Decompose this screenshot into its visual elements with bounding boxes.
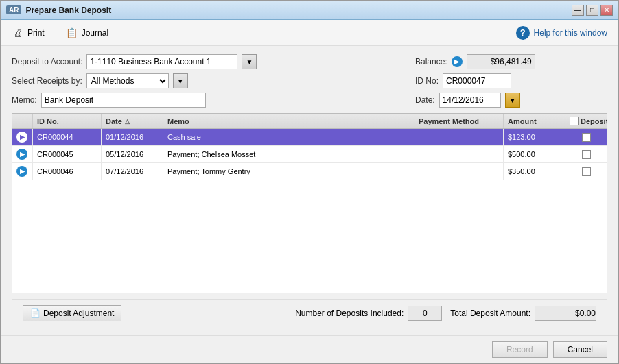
- row-payment-cell: [414, 129, 504, 145]
- row-arrow-cell: ▶: [12, 129, 33, 145]
- toolbar-left: 🖨 Print 📋 Journal: [6, 24, 113, 42]
- date-row: Date: ▼: [415, 93, 607, 108]
- deposit-header-checkbox-group: Deposit: [570, 117, 607, 125]
- row-deposit-checkbox[interactable]: [582, 167, 591, 176]
- id-no-row: ID No:: [415, 73, 607, 88]
- date-dropdown-button[interactable]: ▼: [505, 93, 520, 108]
- form-section: Deposit to Account: ▼ Select Receipts by…: [12, 54, 607, 108]
- title-bar-left: AR Prepare Bank Deposit: [6, 5, 111, 15]
- row-amount-cell: $500.00: [504, 146, 565, 162]
- col-header-deposit: Deposit: [565, 114, 607, 128]
- select-receipts-row: Select Receipts by: All Methods Cash Che…: [12, 73, 401, 88]
- col-id-label: ID No.: [37, 117, 59, 125]
- row-id-cell: CR000045: [33, 146, 102, 162]
- col-header-payment: Payment Method: [414, 114, 504, 128]
- help-label: Help for this window: [534, 28, 607, 38]
- row-memo-cell: Cash sale: [163, 129, 414, 145]
- window-title: Prepare Bank Deposit: [25, 5, 111, 15]
- memo-input[interactable]: [41, 93, 206, 108]
- col-payment-label: Payment Method: [419, 117, 479, 125]
- balance-input: [467, 54, 535, 69]
- main-content: Deposit to Account: ▼ Select Receipts by…: [1, 46, 618, 335]
- table-row[interactable]: ▶ CR000044 01/12/2016 Cash sale $123.00: [12, 129, 607, 146]
- row-arrow-cell: ▶: [12, 146, 33, 162]
- form-left: Deposit to Account: ▼ Select Receipts by…: [12, 54, 401, 108]
- row-nav-icon: ▶: [16, 149, 27, 160]
- table-header: ID No. Date △ Memo Payment Method Amount: [12, 114, 607, 129]
- row-deposit-cell: [565, 163, 607, 180]
- help-icon: ?: [516, 26, 530, 40]
- print-button[interactable]: 🖨 Print: [6, 24, 49, 42]
- col-header-date[interactable]: Date △: [102, 114, 163, 128]
- table-row[interactable]: ▶ CR000045 05/12/2016 Payment; Chelsea M…: [12, 146, 607, 163]
- num-deposits-field: Number of Deposits Included:: [295, 306, 442, 321]
- deposit-adjustment-button[interactable]: 📄 Deposit Adjustment: [23, 305, 121, 321]
- deposit-account-row: Deposit to Account: ▼: [12, 54, 401, 69]
- print-label: Print: [27, 28, 45, 38]
- form-right: Balance: ▶ ID No: Date: ▼: [415, 54, 607, 108]
- memo-label: Memo:: [12, 95, 37, 105]
- col-header-arrow: [12, 114, 33, 128]
- maximize-button[interactable]: □: [586, 5, 598, 16]
- col-header-memo: Memo: [163, 114, 414, 128]
- select-receipts-dropdown-btn[interactable]: ▼: [173, 73, 188, 88]
- date-input[interactable]: [439, 93, 501, 108]
- row-deposit-checkbox[interactable]: [582, 133, 591, 142]
- row-date-cell: 07/12/2016: [102, 163, 163, 180]
- num-deposits-label: Number of Deposits Included:: [295, 308, 404, 318]
- total-deposit-input: [535, 306, 596, 321]
- row-memo-cell: Payment; Chelsea Mosset: [163, 146, 414, 162]
- deposit-adj-label: Deposit Adjustment: [43, 308, 114, 318]
- col-date-label: Date: [106, 117, 122, 125]
- cancel-button[interactable]: Cancel: [553, 341, 607, 358]
- deposit-account-label: Deposit to Account:: [12, 57, 82, 66]
- cancel-label: Cancel: [568, 345, 593, 354]
- table-body: ▶ CR000044 01/12/2016 Cash sale $123.00: [12, 129, 607, 293]
- minimize-button[interactable]: —: [572, 5, 584, 16]
- row-deposit-checkbox[interactable]: [582, 150, 591, 159]
- id-no-input[interactable]: [443, 73, 511, 88]
- receipts-table: ID No. Date △ Memo Payment Method Amount: [12, 113, 607, 293]
- balance-label: Balance:: [415, 57, 447, 66]
- table-row[interactable]: ▶ CR000046 07/12/2016 Payment; Tommy Gen…: [12, 163, 607, 180]
- deposit-account-dropdown[interactable]: ▼: [242, 54, 257, 69]
- row-memo-cell: Payment; Tommy Gentry: [163, 163, 414, 180]
- col-memo-label: Memo: [167, 117, 189, 125]
- row-payment-cell: [414, 163, 504, 180]
- print-icon: 🖨: [11, 27, 25, 39]
- row-nav-icon: ▶: [16, 166, 27, 177]
- row-selected-icon: ▶: [16, 132, 27, 143]
- close-button[interactable]: ✕: [600, 5, 613, 16]
- app-badge: AR: [6, 5, 21, 14]
- row-id-cell: CR000044: [33, 129, 102, 145]
- deposit-all-checkbox[interactable]: [570, 117, 579, 125]
- memo-row: Memo:: [12, 93, 401, 108]
- select-receipts-label: Select Receipts by:: [12, 76, 82, 86]
- col-header-amount: Amount: [504, 114, 565, 128]
- deposit-account-input[interactable]: [86, 54, 237, 69]
- row-id-cell: CR000046: [33, 163, 102, 180]
- row-deposit-cell: [565, 146, 607, 162]
- main-window: AR Prepare Bank Deposit — □ ✕ 🖨 Print 📋 …: [0, 0, 619, 364]
- row-payment-cell: [414, 146, 504, 162]
- id-no-label: ID No:: [415, 76, 439, 86]
- deposit-adj-icon: 📄: [30, 308, 40, 318]
- num-deposits-input: [408, 306, 442, 321]
- help-button[interactable]: ? Help for this window: [511, 24, 613, 42]
- total-deposit-label: Total Deposit Amount:: [450, 308, 530, 318]
- record-button[interactable]: Record: [492, 341, 548, 358]
- row-date-cell: 05/12/2016: [102, 146, 163, 162]
- row-arrow-cell: ▶: [12, 163, 33, 180]
- row-amount-cell: $350.00: [504, 163, 565, 180]
- journal-button[interactable]: 📋 Journal: [60, 24, 113, 42]
- total-deposit-field: Total Deposit Amount:: [450, 306, 596, 321]
- balance-row: Balance: ▶: [415, 54, 607, 69]
- row-date-cell: 01/12/2016: [102, 129, 163, 145]
- title-controls: — □ ✕: [572, 5, 613, 16]
- title-bar: AR Prepare Bank Deposit — □ ✕: [1, 1, 618, 20]
- record-label: Record: [506, 345, 533, 354]
- select-receipts-select[interactable]: All Methods Cash Check Credit Card: [86, 73, 169, 88]
- row-deposit-cell: [565, 129, 607, 145]
- col-amount-label: Amount: [508, 117, 537, 125]
- col-deposit-label: Deposit: [581, 117, 607, 125]
